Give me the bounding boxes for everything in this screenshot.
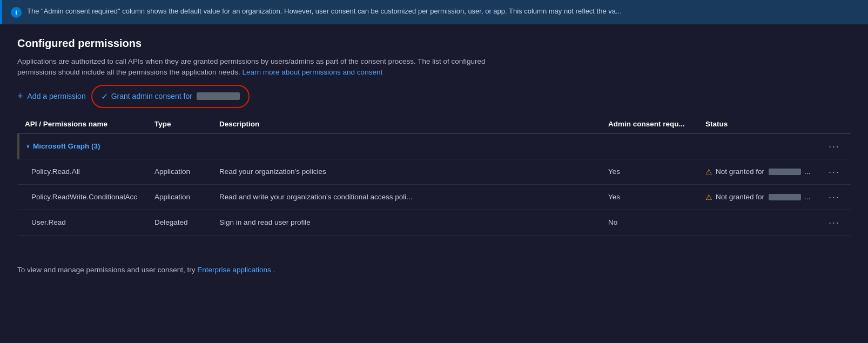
permission-name-policy-read-all[interactable]: Policy.Read.All <box>18 159 148 184</box>
row-more-options-button-2[interactable]: ··· <box>824 190 844 204</box>
add-permission-button[interactable]: + Add a permission <box>17 89 86 103</box>
banner-text: The "Admin consent required" column show… <box>27 6 622 16</box>
permission-admin-3: No <box>602 210 699 235</box>
permission-name-policy-readwrite[interactable]: Policy.ReadWrite.ConditionalAcc <box>18 184 148 210</box>
info-banner: i The "Admin consent required" column sh… <box>0 0 868 24</box>
col-header-type: Type <box>148 115 213 134</box>
enterprise-applications-link[interactable]: Enterprise applications <box>197 266 271 274</box>
permission-desc-3: Sign in and read user profile <box>213 210 602 235</box>
col-header-api: API / Permissions name <box>18 115 148 134</box>
permission-type-2: Application <box>148 184 213 210</box>
group-row-microsoft-graph: ∨ Microsoft Graph (3) ··· <box>18 133 851 159</box>
grant-admin-consent-button[interactable]: ✓ Grant admin consent for <box>97 89 244 104</box>
warning-icon: ⚠ <box>705 167 712 176</box>
group-label: ∨ Microsoft Graph (3) <box>26 142 811 150</box>
col-header-admin-consent: Admin consent requ... <box>602 115 699 134</box>
permission-desc-1: Read your organization's policies <box>213 159 602 184</box>
warning-icon: ⚠ <box>705 193 712 201</box>
table-row: Policy.ReadWrite.ConditionalAcc Applicat… <box>18 184 851 210</box>
permission-status-3 <box>699 210 818 235</box>
info-icon: i <box>11 7 22 18</box>
table-row: Policy.Read.All Application Read your or… <box>18 159 851 184</box>
col-header-status: Status <box>699 115 818 134</box>
col-header-actions <box>818 115 851 134</box>
permission-admin-1: Yes <box>602 159 699 184</box>
group-name[interactable]: Microsoft Graph (3) <box>33 142 100 150</box>
learn-more-link[interactable]: Learn more about permissions and consent <box>243 68 383 76</box>
permission-status-2: ⚠ Not granted for ... <box>699 184 818 210</box>
permission-type-1: Application <box>148 159 213 184</box>
plus-icon: + <box>17 91 23 101</box>
permissions-table: API / Permissions name Type Description … <box>17 115 851 236</box>
permission-desc-2: Read and write your organization's condi… <box>213 184 602 210</box>
org-name-redacted-2 <box>769 194 801 200</box>
table-row: User.Read Delegated Sign in and read use… <box>18 210 851 235</box>
org-name-redacted <box>197 92 240 100</box>
toolbar: + Add a permission ✓ Grant admin consent… <box>17 89 851 104</box>
org-name-redacted-1 <box>769 169 801 175</box>
page-title: Configured permissions <box>17 37 851 50</box>
permission-admin-2: Yes <box>602 184 699 210</box>
col-header-description: Description <box>213 115 602 134</box>
row-more-options-button-3[interactable]: ··· <box>824 216 844 230</box>
permission-name-user-read[interactable]: User.Read <box>18 210 148 235</box>
group-more-options-button[interactable]: ··· <box>824 139 844 153</box>
row-more-options-button-1[interactable]: ··· <box>824 165 844 179</box>
section-description: Applications are authorized to call APIs… <box>17 56 503 78</box>
grant-consent-wrapper: ✓ Grant admin consent for <box>97 89 244 104</box>
main-content: Configured permissions Applications are … <box>0 24 868 248</box>
check-icon: ✓ <box>101 91 108 102</box>
chevron-down-icon: ∨ <box>26 143 30 149</box>
permission-type-3: Delegated <box>148 210 213 235</box>
footer: To view and manage permissions and user … <box>0 253 868 287</box>
permission-status-1: ⚠ Not granted for ... <box>699 159 818 184</box>
